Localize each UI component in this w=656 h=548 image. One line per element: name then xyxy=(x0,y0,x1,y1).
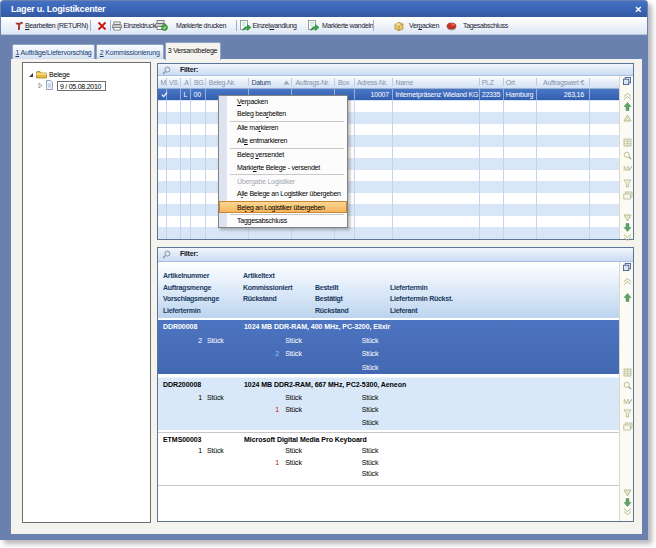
svg-text:M: M xyxy=(623,165,629,172)
svg-text:M: M xyxy=(623,398,629,405)
